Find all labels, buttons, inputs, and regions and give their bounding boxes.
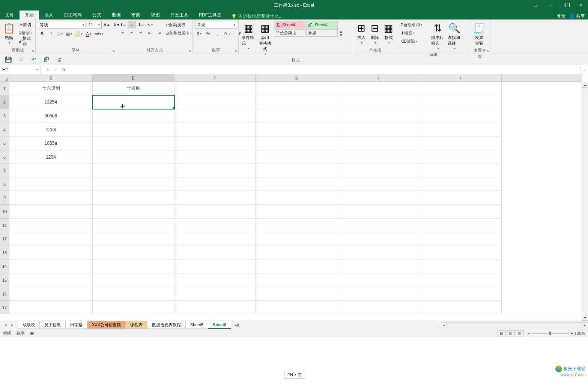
cell-I11[interactable] xyxy=(419,219,502,232)
comma-format-button[interactable]: , xyxy=(213,30,221,38)
accept-formula-button[interactable]: ✓ xyxy=(53,67,59,72)
cell-G17[interactable] xyxy=(256,301,337,314)
sheet-tab-Sheet5[interactable]: Sheet5 xyxy=(186,321,208,329)
increase-font-button[interactable]: A▲ xyxy=(102,21,111,28)
underline-button[interactable]: U▾ xyxy=(56,30,64,38)
format-cells-button[interactable]: ▦格式▾ xyxy=(383,21,395,46)
fill-color-button[interactable]: ⬜▾ xyxy=(74,30,84,38)
row-header-17[interactable]: 17 xyxy=(0,301,9,314)
row-header-5[interactable]: 5 xyxy=(0,136,9,150)
restore-button[interactable] xyxy=(558,0,573,10)
horizontal-scrollbar[interactable] xyxy=(447,322,582,328)
sheet-tab-田字格[interactable]: 田字格 xyxy=(66,321,87,329)
cell-H16[interactable] xyxy=(337,287,419,301)
cell-H14[interactable] xyxy=(337,260,419,273)
cell-D7[interactable] xyxy=(9,164,93,177)
tell-me-search[interactable]: 💡 告诉我您想要做什么... xyxy=(231,13,283,20)
cell-H17[interactable] xyxy=(337,301,419,314)
find-select-button[interactable]: 🔍查找和选择▾ xyxy=(447,21,462,52)
tab-insert[interactable]: 插入 xyxy=(39,10,59,20)
conditional-format-button[interactable]: ▦条件格式▾ xyxy=(241,21,256,52)
cell-D1[interactable]: 十六进制 xyxy=(9,82,93,95)
italic-button[interactable]: I xyxy=(47,30,55,38)
align-top-button[interactable]: ⬆≡ xyxy=(119,21,127,28)
cell-E14[interactable] xyxy=(93,260,174,273)
sheet-tab-员工信息[interactable]: 员工信息 xyxy=(40,321,66,329)
cell-I4[interactable] xyxy=(419,123,502,136)
cell-G4[interactable] xyxy=(256,123,337,136)
cell-F12[interactable] xyxy=(174,232,256,246)
tab-formulas[interactable]: 公式 xyxy=(87,10,107,20)
accounting-format-button[interactable]: $▾ xyxy=(195,30,203,38)
cell-F11[interactable] xyxy=(174,219,256,232)
cell-G15[interactable] xyxy=(256,273,337,287)
cell-H10[interactable] xyxy=(337,205,419,219)
row-header-3[interactable]: 3 xyxy=(0,109,9,123)
cell-D11[interactable] xyxy=(9,219,93,232)
format-table-button[interactable]: ▦套用 表格格式▾ xyxy=(257,21,272,57)
insert-cells-button[interactable]: ⊞插入▾ xyxy=(355,21,367,46)
select-all-corner[interactable] xyxy=(0,74,9,82)
cell-G11[interactable] xyxy=(256,219,337,232)
cell-F2[interactable] xyxy=(174,95,256,109)
cell-H5[interactable] xyxy=(337,136,419,150)
row-header-8[interactable]: 8 xyxy=(0,177,9,191)
hscroll-left-button[interactable]: ◂ xyxy=(441,322,447,328)
save-button[interactable]: 💾 xyxy=(5,56,12,63)
cell-H2[interactable] xyxy=(337,95,419,109)
cell-E10[interactable] xyxy=(93,205,174,219)
cell-F16[interactable] xyxy=(174,287,256,301)
redo-button[interactable]: ↻ xyxy=(17,56,25,63)
font-launcher-icon[interactable]: ⬊ xyxy=(112,49,115,53)
cell-E5[interactable] xyxy=(93,136,174,150)
cell-I7[interactable] xyxy=(419,164,502,177)
zoom-in-button[interactable]: + xyxy=(570,331,573,336)
cell-I12[interactable] xyxy=(419,232,502,246)
login-link[interactable]: 登录 xyxy=(556,13,565,20)
cell-F7[interactable] xyxy=(174,164,256,177)
vertical-scrollbar[interactable]: ▴ ▾ xyxy=(582,82,588,321)
cell-H1[interactable] xyxy=(337,82,419,95)
percent-format-button[interactable]: % xyxy=(204,30,212,38)
cell-H6[interactable] xyxy=(337,150,419,164)
tab-dev[interactable]: 开发工具 xyxy=(165,10,194,20)
merge-center-button[interactable]: ⊞ 合并后居中▾ xyxy=(164,29,196,37)
col-header-G[interactable]: G xyxy=(256,74,337,81)
cell-E9[interactable] xyxy=(93,191,174,205)
cell-H15[interactable] xyxy=(337,273,419,287)
cell-E16[interactable] xyxy=(93,287,174,301)
tab-data[interactable]: 数据 xyxy=(107,10,126,20)
sheet-nav-first[interactable]: ◂ xyxy=(3,322,8,327)
row-header-10[interactable]: 10 xyxy=(0,205,9,219)
orientation-button[interactable]: ⤡▾ xyxy=(146,21,154,28)
cell-E12[interactable] xyxy=(93,232,174,246)
cell-I5[interactable] xyxy=(419,136,502,150)
cell-H12[interactable] xyxy=(337,232,419,246)
spreadsheet-grid[interactable]: DEFGHI 1234567891011121314151617 十六进制十进制… xyxy=(0,74,588,321)
style-normal[interactable]: 常规 xyxy=(306,29,338,37)
tab-review[interactable]: 审阅 xyxy=(126,10,146,20)
cell-F5[interactable] xyxy=(174,136,256,150)
view-page-layout-button[interactable]: ▤ xyxy=(507,330,515,336)
cell-D12[interactable] xyxy=(9,232,93,246)
cell-D14[interactable] xyxy=(9,260,93,273)
cell-I2[interactable] xyxy=(419,95,502,109)
alignment-launcher-icon[interactable]: ⬊ xyxy=(189,49,192,53)
cell-I16[interactable] xyxy=(419,287,502,301)
cell-G13[interactable] xyxy=(256,246,337,260)
cell-I6[interactable] xyxy=(419,150,502,164)
insert-function-button[interactable]: fx xyxy=(61,67,67,72)
border-button[interactable]: ▦▾ xyxy=(65,30,73,38)
cell-D10[interactable] xyxy=(9,205,93,219)
font-color-button[interactable]: A▾ xyxy=(84,30,93,38)
sort-filter-button[interactable]: ⇅排序和筛选▾ xyxy=(430,21,445,52)
cell-D17[interactable] xyxy=(9,301,93,314)
cell-E1[interactable]: 十进制 xyxy=(93,82,174,95)
col-header-H[interactable]: H xyxy=(337,74,419,81)
row-header-1[interactable]: 1 xyxy=(0,82,9,95)
cell-D4[interactable]: 12b8 xyxy=(9,123,93,136)
number-format-combo[interactable]: 常规▾ xyxy=(195,21,237,28)
tab-view[interactable]: 视图 xyxy=(146,10,165,20)
col-header-D[interactable]: D xyxy=(9,74,93,81)
zoom-slider[interactable] xyxy=(531,333,569,334)
